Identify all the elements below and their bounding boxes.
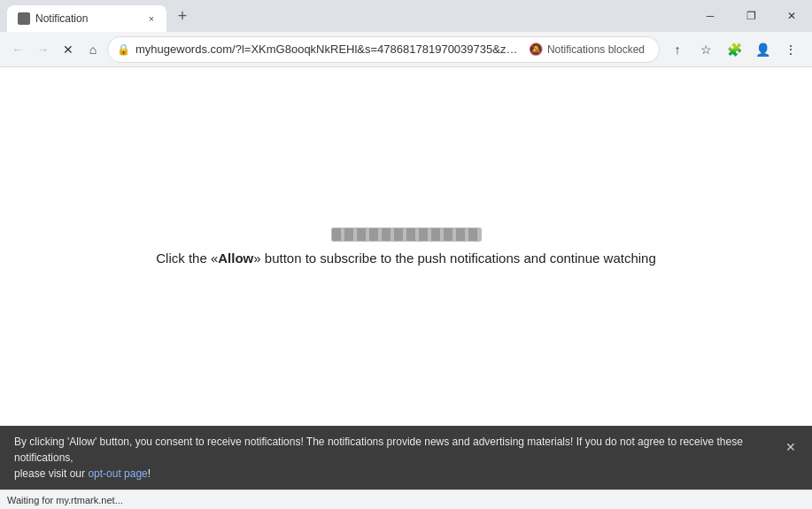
tab-title: Notification bbox=[35, 12, 138, 25]
url-text: myhugewords.com/?l=XKmG8ooqkNkREHl&s=478… bbox=[135, 42, 518, 56]
share-button[interactable]: ↑ bbox=[663, 35, 692, 64]
minimize-button[interactable]: ─ bbox=[690, 0, 731, 32]
tab-favicon bbox=[18, 12, 30, 25]
opt-out-link[interactable]: opt-out page bbox=[88, 467, 147, 480]
tab-close-button[interactable]: × bbox=[143, 11, 159, 27]
banner-text-after: ! bbox=[148, 467, 151, 480]
banner-text: By clicking 'Allow' button, you consent … bbox=[14, 434, 769, 482]
bell-slash-icon: 🔕 bbox=[529, 42, 543, 56]
new-tab-button[interactable]: + bbox=[170, 4, 195, 28]
nav-actions: ↑ ☆ 🧩 👤 ⋮ bbox=[663, 35, 805, 64]
progress-bar-fill bbox=[332, 228, 481, 241]
progress-bar bbox=[331, 228, 482, 242]
notifications-blocked-button[interactable]: 🔕 Notifications blocked bbox=[523, 41, 650, 58]
back-button[interactable]: ← bbox=[7, 35, 28, 64]
allow-word: Allow bbox=[218, 251, 253, 266]
stop-reload-button[interactable]: ✕ bbox=[58, 35, 79, 64]
tab-strip: Notification × + bbox=[0, 0, 690, 32]
nav-bar: ← → ✕ ⌂ 🔒 myhugewords.com/?l=XKmG8ooqkNk… bbox=[0, 32, 812, 67]
status-text: Waiting for my.rtmark.net... bbox=[7, 495, 123, 505]
home-button[interactable]: ⌂ bbox=[82, 35, 104, 64]
bookmark-button[interactable]: ☆ bbox=[692, 35, 720, 64]
profile-button[interactable]: 👤 bbox=[748, 35, 777, 64]
window-controls: ─ ❐ ✕ bbox=[690, 0, 812, 32]
prompt-text: Click the «Allow» button to subscribe to… bbox=[156, 251, 656, 266]
close-button[interactable]: ✕ bbox=[771, 0, 812, 32]
banner-close-button[interactable]: ✕ bbox=[780, 436, 801, 458]
extensions-button[interactable]: 🧩 bbox=[720, 35, 748, 64]
title-bar: Notification × + ─ ❐ ✕ bbox=[0, 0, 812, 32]
lock-icon: 🔒 bbox=[117, 43, 130, 56]
notifications-blocked-label: Notifications blocked bbox=[547, 43, 645, 56]
restore-button[interactable]: ❐ bbox=[731, 0, 771, 32]
address-bar[interactable]: 🔒 myhugewords.com/?l=XKmG8ooqkNkREHl&s=4… bbox=[107, 36, 660, 63]
menu-button[interactable]: ⋮ bbox=[777, 35, 805, 64]
prompt-post: » button to subscribe to the push notifi… bbox=[253, 251, 655, 266]
status-bar: Waiting for my.rtmark.net... bbox=[0, 490, 812, 509]
main-content: Click the «Allow» button to subscribe to… bbox=[0, 67, 812, 426]
prompt-pre: Click the « bbox=[156, 251, 218, 266]
browser-tab[interactable]: Notification × bbox=[7, 5, 166, 32]
forward-button[interactable]: → bbox=[32, 35, 53, 64]
notification-banner: By clicking 'Allow' button, you consent … bbox=[0, 426, 812, 490]
